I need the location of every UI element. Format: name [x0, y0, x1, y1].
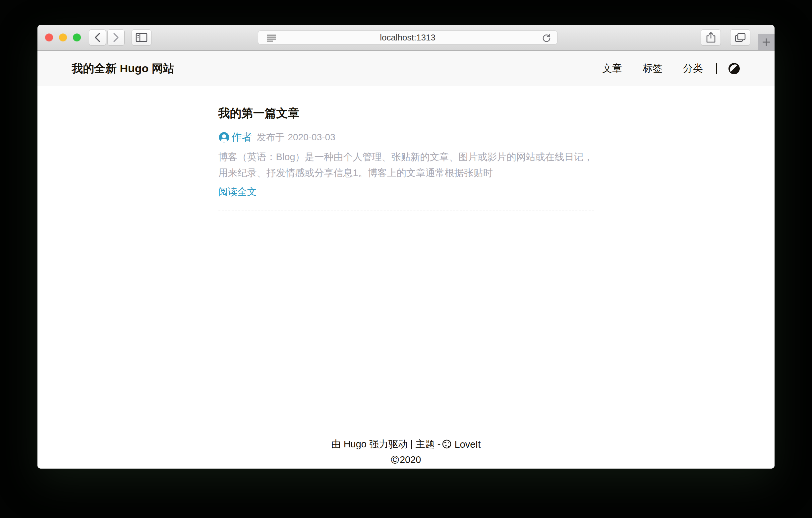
post-summary-card: 我的第一篇文章 作者 发布于 2020-03-03 博客（英语：	[219, 106, 594, 211]
read-more-link[interactable]: 阅读全文	[219, 185, 257, 199]
published-label: 发布于	[257, 131, 285, 144]
back-button[interactable]	[89, 29, 106, 46]
refresh-icon[interactable]	[542, 33, 551, 43]
new-tab-button[interactable]	[758, 34, 775, 50]
copyright-year: 2020	[400, 454, 421, 465]
address-bar[interactable]: localhost:1313	[258, 30, 557, 45]
tab-overview-button[interactable]	[730, 29, 750, 46]
reader-icon[interactable]	[266, 34, 277, 43]
nav-item-tags[interactable]: 标签	[643, 62, 663, 75]
close-icon[interactable]	[45, 33, 53, 42]
sidebar-icon	[136, 33, 147, 42]
forward-button[interactable]	[107, 29, 125, 46]
published-date: 2020-03-03	[288, 132, 336, 143]
browser-toolbar: localhost:1313	[37, 25, 775, 51]
url-text: localhost:1313	[380, 32, 435, 43]
tabs-icon	[735, 32, 746, 43]
theme-toggle-icon	[728, 62, 741, 75]
footer-copyright-line: © 2020	[37, 454, 775, 465]
powered-by-text: 由 Hugo 强力驱动 | 主题 -	[331, 438, 441, 451]
post-meta: 作者 发布于 2020-03-03	[219, 130, 594, 144]
header-nav: 文章 标签 分类	[582, 62, 741, 75]
author-link[interactable]: 作者	[232, 130, 252, 144]
nav-item-categories[interactable]: 分类	[683, 62, 703, 75]
theme-toggle-button[interactable]	[728, 62, 741, 75]
minimize-icon[interactable]	[59, 33, 67, 42]
nav-divider	[716, 63, 717, 74]
site-footer: 由 Hugo 强力驱动 | 主题 - LoveIt © 2020	[37, 438, 775, 469]
theme-name-link[interactable]: LoveIt	[454, 439, 481, 450]
site-title[interactable]: 我的全新 Hugo 网站	[71, 61, 174, 76]
new-tab-icon	[762, 38, 771, 47]
post-summary-text: 博客（英语：Blog）是一种由个人管理、张贴新的文章、图片或影片的网站或在线日记…	[219, 149, 594, 181]
forward-icon	[112, 32, 120, 43]
browser-window: localhost:1313	[37, 25, 775, 469]
share-button[interactable]	[701, 29, 721, 46]
copyright-symbol: ©	[391, 454, 399, 465]
post-title[interactable]: 我的第一篇文章	[219, 106, 594, 121]
kiss-face-icon	[442, 439, 452, 449]
share-icon	[706, 32, 716, 43]
user-circle-icon	[219, 132, 230, 143]
site-header: 我的全新 Hugo 网站 文章 标签 分类	[37, 51, 775, 86]
zoom-icon[interactable]	[73, 33, 81, 42]
page-main: 我的第一篇文章 作者 发布于 2020-03-03 博客（英语：	[37, 86, 775, 469]
back-icon	[94, 32, 101, 43]
post-divider	[219, 211, 594, 211]
nav-item-posts[interactable]: 文章	[602, 62, 622, 75]
footer-powered-line: 由 Hugo 强力驱动 | 主题 - LoveIt	[37, 438, 775, 451]
sidebar-toggle-button[interactable]	[132, 29, 151, 46]
